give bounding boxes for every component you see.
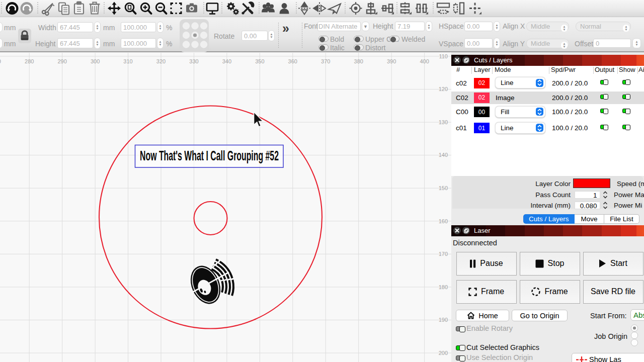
svg-text:380: 380 xyxy=(354,58,363,64)
svg-text:390: 390 xyxy=(387,58,396,64)
svg-text:360: 360 xyxy=(288,58,297,64)
svg-text:340: 340 xyxy=(222,58,231,64)
svg-text:180: 180 xyxy=(439,284,448,290)
svg-text:350: 350 xyxy=(255,58,264,64)
svg-text:290: 290 xyxy=(57,58,66,64)
svg-text:310: 310 xyxy=(123,58,132,64)
svg-text:Now That's What I Call Groupin: Now That's What I Call Grouping #52 xyxy=(140,148,279,163)
svg-text:400: 400 xyxy=(420,58,429,64)
svg-text:190: 190 xyxy=(439,317,448,323)
svg-text:130: 130 xyxy=(439,119,448,125)
svg-text:330: 330 xyxy=(189,58,198,64)
svg-text:160: 160 xyxy=(439,218,448,224)
svg-text:320: 320 xyxy=(156,58,166,64)
svg-text:280: 280 xyxy=(25,58,34,64)
svg-text:270: 270 xyxy=(0,58,1,64)
svg-text:200: 200 xyxy=(439,350,448,356)
svg-text:150: 150 xyxy=(439,185,448,191)
svg-text:370: 370 xyxy=(321,58,330,64)
svg-text:120: 120 xyxy=(439,86,448,92)
svg-text:300: 300 xyxy=(91,58,100,64)
svg-text:110: 110 xyxy=(439,53,448,59)
svg-text:170: 170 xyxy=(439,251,448,257)
svg-text:140: 140 xyxy=(439,152,448,158)
